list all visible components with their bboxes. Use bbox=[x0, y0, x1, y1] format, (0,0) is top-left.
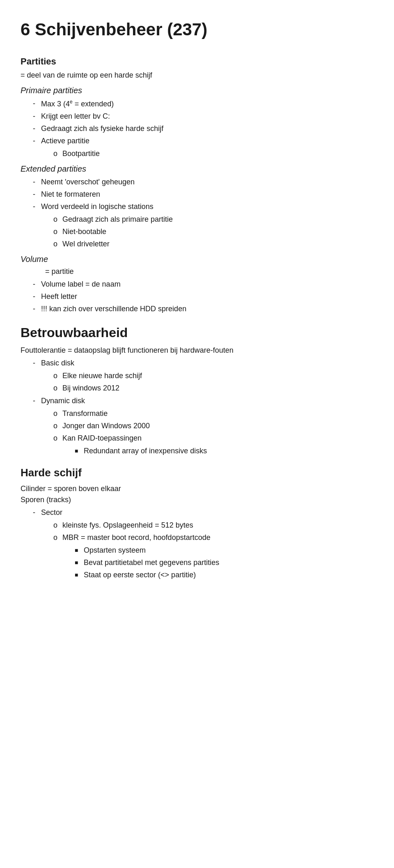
page-title: 6 Schijvenbeheer (237) bbox=[21, 16, 373, 42]
extended-heading: Extended partities bbox=[21, 163, 373, 175]
extended-sub-list: Gedraagt zich als primaire partitie Niet… bbox=[41, 214, 373, 250]
volume-section: Volume = partitie Volume label = de naam… bbox=[21, 253, 373, 315]
basic-sub-list: Elke nieuwe harde schijf Bij windows 201… bbox=[41, 370, 373, 394]
mbr-sub-list: Opstarten systeem Bevat partitietabel me… bbox=[62, 545, 373, 581]
list-item: Niet te formateren bbox=[33, 189, 373, 200]
list-item: Sector kleinste fys. Opslageenheid = 512… bbox=[33, 507, 373, 581]
list-item: kleinste fys. Opslageenheid = 512 bytes bbox=[53, 520, 373, 531]
volume-heading: Volume bbox=[21, 253, 373, 265]
sporen-line: Sporen (tracks) bbox=[21, 494, 373, 505]
cilinder-line: Cilinder = sporen boven elkaar bbox=[21, 483, 373, 494]
list-item: Basic disk Elke nieuwe harde schijf Bij … bbox=[33, 358, 373, 394]
partities-definition: = deel van de ruimte op een harde schijf bbox=[21, 70, 373, 81]
betrouwbaarheid-section: Betrouwbaarheid Fouttolerantie = dataops… bbox=[21, 323, 373, 457]
list-item: Neemt 'overschot' geheugen bbox=[33, 177, 373, 188]
list-item: Bootpartitie bbox=[53, 148, 373, 159]
dynamic-sub-list: Transformatie Jonger dan Windows 2000 Ka… bbox=[41, 408, 373, 457]
list-item: Dynamic disk Transformatie Jonger dan Wi… bbox=[33, 395, 373, 457]
list-item: Krijgt een letter bv C: bbox=[33, 111, 373, 122]
list-item: Transformatie bbox=[53, 408, 373, 419]
raid-sub-list: Redundant array of inexpensive disks bbox=[62, 445, 373, 457]
sector-list: Sector kleinste fys. Opslageenheid = 512… bbox=[21, 507, 373, 581]
sector-sub-list: kleinste fys. Opslageenheid = 512 bytes … bbox=[41, 520, 373, 581]
primaire-heading: Primaire partities bbox=[21, 84, 373, 96]
list-item: !!! kan zich over verschillende HDD spre… bbox=[33, 303, 373, 315]
list-item: Redundant array of inexpensive disks bbox=[75, 445, 373, 457]
primaire-sub-list: Bootpartitie bbox=[41, 148, 373, 159]
volume-definition: = partitie bbox=[21, 266, 373, 277]
extended-section: Extended partities Neemt 'overschot' geh… bbox=[21, 163, 373, 250]
primaire-list: Max 3 (4e = extended) Krijgt een letter … bbox=[21, 98, 373, 159]
partities-section: Partities = deel van de ruimte op een ha… bbox=[21, 55, 373, 81]
list-item: Bevat partitietabel met gegevens partiti… bbox=[75, 557, 373, 568]
list-item: Opstarten systeem bbox=[75, 545, 373, 556]
extended-list: Neemt 'overschot' geheugen Niet te forma… bbox=[21, 177, 373, 250]
list-item: Gedraagt zich als primaire partitie bbox=[53, 214, 373, 225]
list-item: MBR = master boot record, hoofdopstartco… bbox=[53, 532, 373, 581]
list-item: Word verdeeld in logische stations Gedra… bbox=[33, 201, 373, 250]
harde-schijf-heading: Harde schijf bbox=[21, 465, 373, 481]
volume-list: Volume label = de naam Heeft letter !!! … bbox=[21, 279, 373, 315]
list-item: Heeft letter bbox=[33, 291, 373, 302]
list-item: Niet-bootable bbox=[53, 226, 373, 237]
list-item: Elke nieuwe harde schijf bbox=[53, 370, 373, 381]
list-item: Jonger dan Windows 2000 bbox=[53, 420, 373, 432]
betrouwbaarheid-heading: Betrouwbaarheid bbox=[21, 323, 373, 342]
list-item: Volume label = de naam bbox=[33, 279, 373, 290]
betrouwbaarheid-definition: Fouttolerantie = dataopslag blijft funct… bbox=[21, 345, 373, 356]
disk-list: Basic disk Elke nieuwe harde schijf Bij … bbox=[21, 358, 373, 457]
list-item: Bij windows 2012 bbox=[53, 383, 373, 394]
list-item: Kan RAID-toepassingen Redundant array of… bbox=[53, 433, 373, 457]
list-item: Wel driveletter bbox=[53, 239, 373, 250]
list-item: Staat op eerste sector (<> partitie) bbox=[75, 569, 373, 581]
primaire-section: Primaire partities Max 3 (4e = extended)… bbox=[21, 84, 373, 159]
harde-schijf-section: Harde schijf Cilinder = sporen boven elk… bbox=[21, 465, 373, 581]
list-item: Gedraagt zich als fysieke harde schijf bbox=[33, 123, 373, 134]
list-item: Max 3 (4e = extended) bbox=[33, 98, 373, 110]
list-item: Actieve partitie Bootpartitie bbox=[33, 135, 373, 159]
partities-heading: Partities bbox=[21, 55, 373, 68]
